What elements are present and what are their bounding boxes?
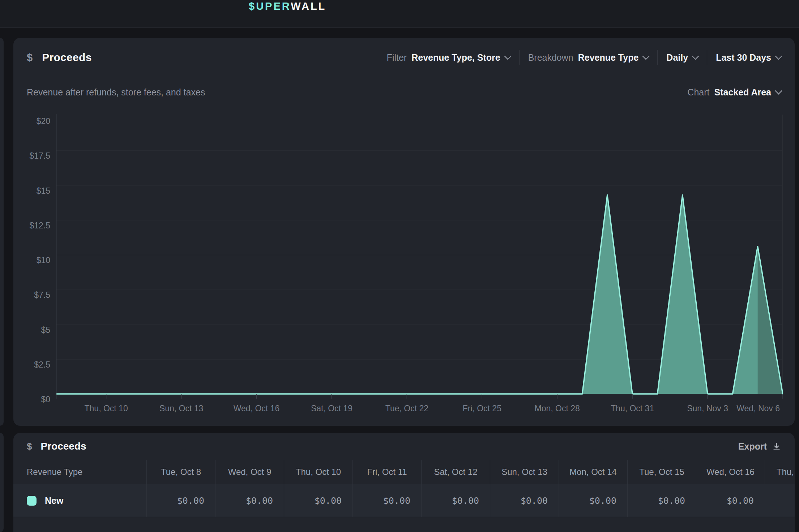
- x-axis-label: Thu, Oct 10: [85, 404, 128, 413]
- filter-value: Revenue Type, Store: [411, 52, 500, 63]
- topbar: $UPERWALL: [0, 0, 799, 28]
- table-value-cell: $0.00: [627, 484, 696, 517]
- table-value-cell: $0.00: [559, 484, 627, 517]
- divider: [707, 50, 707, 65]
- filter-label: Filter: [387, 52, 407, 63]
- chart-type-label: Chart: [687, 87, 709, 98]
- x-axis-label: Sun, Oct 13: [159, 404, 203, 413]
- chart-controls: Filter Revenue Type, Store Breakdown Rev…: [387, 50, 781, 65]
- y-axis-label: $12.5: [29, 220, 50, 230]
- y-axis-label: $7.5: [34, 290, 50, 300]
- breakdown-label: Breakdown: [528, 52, 573, 63]
- table-value-cell: $0.00: [215, 484, 284, 517]
- granularity-value: Daily: [666, 52, 688, 63]
- logo-accent-text: $UPER: [249, 0, 291, 12]
- x-axis-label: Mon, Oct 28: [535, 404, 580, 413]
- table-panel-header: $ Proceeds Export: [13, 433, 795, 460]
- chevron-down-icon: [504, 52, 512, 60]
- filter-dropdown[interactable]: Filter Revenue Type, Store: [387, 52, 510, 63]
- table-value-cell: $0.00: [421, 484, 490, 517]
- divider: [657, 50, 658, 65]
- x-axis: Thu, Oct 10Sun, Oct 13Wed, Oct 16Sat, Oc…: [56, 404, 783, 418]
- chart-panel-header: $ Proceeds Filter Revenue Type, Store Br…: [13, 38, 795, 77]
- x-axis-label: Wed, Oct 16: [234, 404, 279, 413]
- table-header-date: Fri, Oct 11: [352, 460, 421, 484]
- y-axis-label: $5: [41, 325, 50, 335]
- y-axis-label: $20: [37, 116, 50, 126]
- chart-panel-title-group: $ Proceeds: [27, 51, 92, 64]
- table-header-date: Tue, Oct 8: [146, 460, 215, 484]
- table-header-date: Wed, Oct 9: [215, 460, 284, 484]
- y-axis: $0$2.5$5$7.5$10$12.5$15$17.5$20: [13, 110, 53, 399]
- dollar-icon: $: [27, 52, 33, 64]
- chart-panel-title: Proceeds: [42, 51, 91, 64]
- x-axis-label: Tue, Oct 22: [385, 404, 428, 413]
- x-axis-label: Sat, Oct 19: [311, 404, 352, 413]
- chevron-down-icon: [692, 52, 699, 60]
- breakdown-dropdown[interactable]: Breakdown Revenue Type: [528, 52, 649, 63]
- table-row-label-cell: New: [13, 484, 146, 517]
- table-header-date: Thu, Oct 17: [765, 460, 795, 484]
- table-header-date: Tue, Oct 15: [627, 460, 696, 484]
- table-header-date: Thu, Oct 10: [284, 460, 352, 484]
- stacked-area-chart: [56, 110, 783, 399]
- table-header-date: Sun, Oct 13: [490, 460, 559, 484]
- y-axis-label: $2.5: [34, 360, 50, 369]
- y-axis-label: $17.5: [29, 151, 50, 161]
- chart-subtitle: Revenue after refunds, store fees, and t…: [27, 87, 205, 98]
- row-label: New: [45, 495, 63, 506]
- table-panel-title: Proceeds: [40, 441, 86, 452]
- chevron-down-icon: [775, 87, 782, 94]
- logo-rest-text: WALL: [291, 0, 326, 12]
- chart-type-value: Stacked Area: [714, 87, 772, 98]
- breakdown-value: Revenue Type: [578, 52, 639, 63]
- app-logo: $UPERWALL: [249, 0, 326, 12]
- download-icon: [772, 442, 781, 451]
- chevron-down-icon: [775, 52, 782, 60]
- legend-swatch-new: [27, 496, 37, 506]
- chart-type-dropdown[interactable]: Chart Stacked Area: [687, 87, 781, 98]
- table-header-revenue-type: Revenue Type: [13, 460, 146, 484]
- proceeds-table-panel: $ Proceeds Export Revenue TypeTue, Oct 8…: [13, 433, 795, 532]
- area-series-new: [56, 195, 783, 394]
- table-header-date: Mon, Oct 14: [559, 460, 627, 484]
- proceeds-table: Revenue TypeTue, Oct 8Wed, Oct 9Thu, Oct…: [13, 460, 795, 517]
- x-axis-label: Wed, Nov 6: [736, 404, 780, 413]
- table-title-group: $ Proceeds: [27, 441, 86, 452]
- divider: [519, 50, 520, 65]
- granularity-dropdown[interactable]: Daily: [666, 52, 698, 63]
- x-axis-label: Fri, Oct 25: [463, 404, 501, 413]
- y-axis-label: $10: [37, 256, 50, 265]
- table-value-cell: $0.00: [490, 484, 559, 517]
- offscreen-panel-left-top: [0, 38, 4, 426]
- x-axis-label: Thu, Oct 31: [611, 404, 654, 413]
- x-axis-label: Sun, Nov 3: [687, 404, 728, 413]
- offscreen-panel-left-bottom: [0, 433, 4, 532]
- date-range-dropdown[interactable]: Last 30 Days: [716, 52, 781, 63]
- export-button[interactable]: Export: [738, 441, 781, 452]
- proceeds-chart-panel: $ Proceeds Filter Revenue Type, Store Br…: [13, 38, 795, 426]
- table-header-date: Sat, Oct 12: [421, 460, 490, 484]
- table-value-cell: $0.00: [146, 484, 215, 517]
- table-value-cell: $0.00: [284, 484, 352, 517]
- y-axis-label: $0: [41, 395, 50, 404]
- date-range-value: Last 30 Days: [716, 52, 771, 63]
- y-axis-label: $15: [37, 186, 50, 196]
- divider: [0, 77, 4, 77]
- table-value-cell: $0.00: [696, 484, 765, 517]
- table-value-cell: $0.00: [765, 484, 795, 517]
- table-header-date: Wed, Oct 16: [696, 460, 765, 484]
- dollar-icon: $: [27, 441, 32, 452]
- table-value-cell: $0.00: [352, 484, 421, 517]
- export-label: Export: [738, 441, 767, 452]
- chart-subtitle-row: Revenue after refunds, store fees, and t…: [13, 77, 795, 107]
- chevron-down-icon: [642, 52, 650, 60]
